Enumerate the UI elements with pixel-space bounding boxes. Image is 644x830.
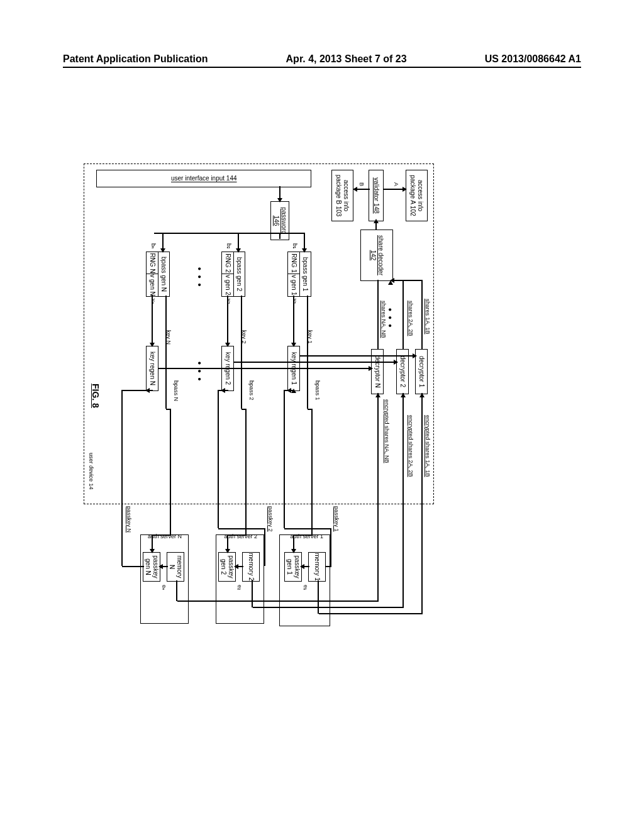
rng-1: RNG 1 [287,252,300,275]
enc-shares-2: encrypted shares 2A, 2B [408,415,414,477]
ellipsis-keyregen: • • • [194,362,204,382]
key-regen-n: key regen N [146,346,158,391]
bpassn-label: bpass N [173,380,179,401]
passkey-1: passkey 1 [333,506,340,532]
e2: e₂ [236,585,243,590]
vgen-1: v gen 1 [287,274,300,297]
validator: validator 148 [369,170,384,221]
b1: b₁ [292,243,298,249]
bpass-gen-1: bpass gen 1 [299,252,311,297]
ellipsis-bpass: • • • [194,267,204,287]
header-center: Apr. 4, 2013 Sheet 7 of 23 [286,53,407,65]
vn: vₙ [150,299,157,304]
share-decoder: share decoder 142 [360,230,393,281]
memory-2: memory 2 [242,552,260,582]
user-device-label: user device 14 [88,453,94,490]
bpass1-label: bpass 1 [314,380,321,401]
passkey-n: passkey N [126,506,132,533]
access-info-a: access info package A 102 [406,170,428,221]
passkey-gen-1: passkey gen 1 [284,552,302,582]
label-a: A [393,182,399,186]
vgen-n: v gen N [146,274,158,297]
memory-1: memory 1 [308,552,326,582]
v1: v₁ [292,299,298,304]
header-left: Patent Application Publication [63,53,208,65]
bpass2-label: bpass 2 [248,380,255,401]
bn: bₙ [150,243,157,249]
passkey-2: passkey 2 [267,506,274,532]
bpass-gen-n: bpass gen N [157,252,170,297]
passkey-gen-2: passkey gen 2 [218,552,236,582]
decryptor-1: decryptor 1 [415,349,428,394]
header-right: US 2013/0086642 A1 [485,53,581,65]
b2: b₂ [226,243,232,249]
shares-1a1b: shares 1A, 1B [425,299,431,335]
rng-2: RNG 2 [221,252,234,275]
figure-diagram: user device 14 access info package A 102… [16,230,500,582]
vgen-2: v gen 2 [221,274,234,297]
label-b: B [358,182,365,186]
memory-n: memory N [167,552,184,582]
enc-shares-1: encrypted shares 1A, 1B [425,415,431,477]
enc-shares-n: encrypted shares NA, NB [384,399,390,463]
e1: e₁ [303,585,309,590]
access-info-b: access info package B 103 [331,170,353,221]
figure-label: FIG. 8 [91,384,101,408]
v2: v₂ [226,299,232,304]
shares-nanb: shares NA, NB [380,301,387,338]
rng-n: RNG N [146,252,158,275]
passkey-gen-n: passkey gen N [143,552,160,582]
en: eₙ [161,585,167,590]
bpass-gen-2: bpass gen 2 [233,252,245,297]
ui-input: user interface input 144 [96,170,311,187]
shares-2a2b: shares 2A, 2B [408,301,414,336]
